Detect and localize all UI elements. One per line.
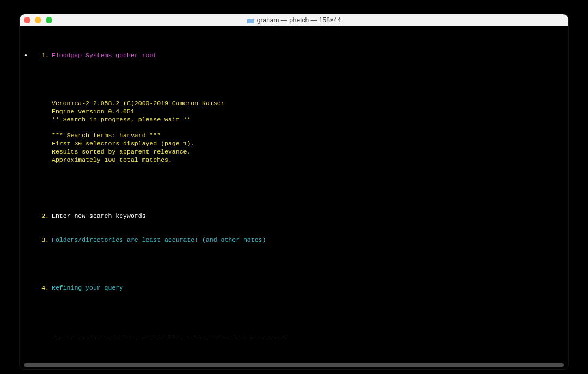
header-text: Engine version 0.4.051 (24, 108, 564, 116)
list-item[interactable]: •1. Floodgap Systems gopher root (24, 52, 564, 60)
folder-icon (247, 17, 255, 23)
divider: ----------------------------------------… (52, 332, 285, 340)
header-text: Results sorted by apparent relevance. (24, 148, 564, 156)
header-text: *** Search terms: harvard *** (24, 132, 564, 140)
page-title: Floodgap Systems gopher root (52, 52, 157, 60)
terminal-content[interactable]: •1. Floodgap Systems gopher root Veronic… (20, 26, 568, 369)
window-title: graham — phetch — 158×44 (20, 16, 568, 24)
header-text: Approximately 100 total matches. (24, 156, 564, 164)
header-text: First 30 selectors displayed (page 1). (24, 140, 564, 148)
horizontal-scrollbar[interactable] (24, 363, 564, 367)
active-marker: • (24, 52, 30, 60)
search-prompt: Enter new search keywords (52, 212, 146, 220)
minimize-icon[interactable] (35, 17, 41, 23)
close-icon[interactable] (24, 17, 30, 23)
list-item[interactable]: 3. Folders/directories are least accurat… (24, 236, 564, 244)
menu-note: Folders/directories are least accurate! … (52, 236, 266, 244)
traffic-lights (24, 17, 52, 23)
header-text: ** Search in progress, please wait ** (24, 116, 564, 124)
titlebar[interactable]: graham — phetch — 158×44 (20, 14, 568, 26)
header-text (24, 124, 564, 132)
list-item[interactable]: 2. Enter new search keywords (24, 212, 564, 220)
menu-refine: Refining your query (52, 284, 123, 292)
window-title-text: graham — phetch — 158×44 (257, 16, 341, 24)
header-text: Veronica-2 2.058.2 (C)2000-2019 Cameron … (24, 100, 564, 108)
list-item[interactable]: 4. Refining your query (24, 284, 564, 292)
terminal-window: graham — phetch — 158×44 •1. Floodgap Sy… (20, 14, 568, 369)
maximize-icon[interactable] (46, 17, 52, 23)
